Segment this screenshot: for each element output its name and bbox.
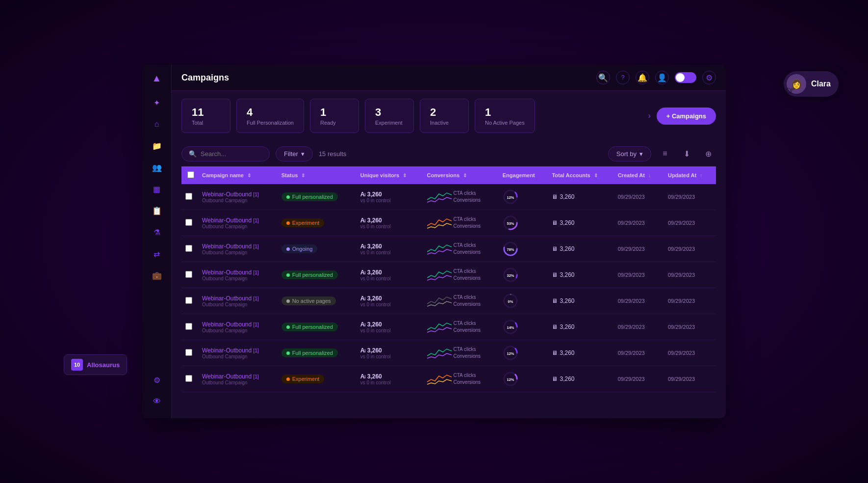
stat-total[interactable]: 11 Total [181,99,230,133]
created-at-cell: 09/29/2023 [614,366,664,392]
col-engagement[interactable]: Engagement [499,166,548,184]
status-cell: Full personalized [278,262,357,288]
stat-ready[interactable]: 1 Ready [310,99,359,133]
sidebar-item-briefcase[interactable]: 💼 [148,267,166,284]
row-checkbox[interactable] [185,297,192,304]
avatar: 👩 [787,74,806,94]
list-view-icon[interactable]: ≡ [657,146,673,161]
notification-icon[interactable]: 🔔 [636,71,649,84]
campaign-name[interactable]: Webinar-Outbound [1] [202,295,274,302]
engagement-cell: 32% [499,262,548,288]
accounts-cell: 🖥 3,260 [548,184,613,210]
campaign-name[interactable]: Webinar-Outbound [1] [202,373,274,380]
row-checkbox-cell [181,288,198,314]
status-dot [286,195,290,199]
created-at-cell: 09/29/2023 [614,288,664,314]
col-campaign-name[interactable]: Campaign name ⇕ [198,166,278,184]
col-created-at[interactable]: Created At ↓ [614,166,664,184]
campaign-sub: Outbound Campaign [202,224,274,229]
col-conversions[interactable]: Conversions ⇕ [423,166,499,184]
search-box[interactable]: 🔍 [181,146,270,161]
sidebar-item-folder[interactable]: 📁 [148,137,166,155]
theme-toggle[interactable] [675,72,696,83]
campaign-name[interactable]: Webinar-Outbound [1] [202,217,274,224]
sort-button[interactable]: Sort by ▾ [608,146,651,161]
accounts-cell: 🖥 3,260 [548,314,613,340]
select-all-checkbox-header[interactable] [181,166,198,184]
filter-button[interactable]: Filter ▾ [276,146,313,161]
campaign-name[interactable]: Webinar-Outbound [1] [202,347,274,354]
total-accounts: 🖥 3,260 [552,323,610,330]
col-updated-at[interactable]: Updated At ↑ [664,166,716,184]
stats-arrow-icon[interactable]: › [648,111,650,120]
updated-at-cell: 09/29/2023 [664,184,716,210]
col-status[interactable]: Status ⇕ [278,166,357,184]
gear-icon[interactable]: ⚙ [702,71,716,84]
status-badge: Experiment [281,375,325,383]
table-header-row: Campaign name ⇕ Status ⇕ Unique visitors… [181,166,716,184]
campaign-name[interactable]: Webinar-Outbound [1] [202,321,274,328]
col-total-accounts[interactable]: Total Accounts ⇕ [548,166,613,184]
campaign-name[interactable]: Webinar-Outbound [1] [202,243,274,250]
sidebar-item-filter[interactable]: ⚗ [148,223,166,241]
sidebar-item-home[interactable]: ⌂ [148,115,166,133]
more-options-icon[interactable]: ⊕ [700,146,716,161]
table-row: Webinar-Outbound [1] Outbound Campaign F… [181,314,716,340]
created-at-cell: 09/29/2023 [614,236,664,262]
updated-at-cell: 09/29/2023 [664,210,716,236]
stat-full-personalization[interactable]: 4 Full Personalization [236,99,304,133]
row-checkbox[interactable] [185,245,192,252]
updated-at-cell: 09/29/2023 [664,288,716,314]
add-campaign-button[interactable]: + Campaigns [657,107,716,125]
row-checkbox[interactable] [185,271,192,278]
col-status-sort-icon: ⇕ [301,173,305,178]
sidebar-item-users[interactable]: 👥 [148,159,166,176]
row-checkbox[interactable] [185,193,192,200]
select-all-checkbox[interactable] [187,171,194,178]
status-cell: Full personalized [278,314,357,340]
campaign-name[interactable]: Webinar-Outbound [1] [202,269,274,276]
engagement-circle: 14% [503,319,518,335]
row-checkbox[interactable] [185,375,192,382]
visitors-cell: Aᵢ 3,260 vs 0 in control [357,236,423,262]
avatar-name: Clara [811,80,831,88]
search-input[interactable] [201,150,262,158]
created-at-cell: 09/29/2023 [614,184,664,210]
accounts-icon: 🖥 [552,349,558,356]
sidebar-item-eye[interactable]: 👁 [148,393,166,410]
svg-text:0%: 0% [508,299,513,304]
conversions-cell: CTA clicks Conversions [423,210,499,236]
sidebar-item-ai[interactable]: ✦ [148,94,166,111]
visitors-cell: Aᵢ 3,260 vs 0 in control [357,210,423,236]
campaign-name-cell: Webinar-Outbound [1] Outbound Campaign [198,262,278,288]
sidebar-item-grid[interactable]: ▦ [148,180,166,198]
download-icon[interactable]: ⬇ [679,146,694,161]
campaign-name[interactable]: Webinar-Outbound [1] [202,191,274,198]
accounts-cell: 🖥 3,260 [548,340,613,366]
row-checkbox[interactable] [185,349,192,356]
accounts-cell: 🖥 3,260 [548,210,613,236]
row-checkbox[interactable] [185,323,192,330]
logo-icon[interactable]: ▲ [152,73,162,84]
help-icon[interactable]: ? [616,71,630,84]
row-checkbox[interactable] [185,219,192,226]
stat-no-active[interactable]: 1 No Active Pages [475,99,535,133]
created-at-cell: 09/29/2023 [614,210,664,236]
created-at-cell: 09/29/2023 [614,340,664,366]
user-icon[interactable]: 👤 [655,71,669,84]
table-row: Webinar-Outbound [1] Outbound Campaign E… [181,210,716,236]
stat-inactive[interactable]: 2 Inactive [420,99,469,133]
conversions-label: Conversions [454,301,481,308]
visitors-cell: Aᵢ 3,260 vs 0 in control [357,366,423,392]
stat-full-number: 4 [247,106,294,119]
status-cell: Experiment [278,210,357,236]
updated-at-cell: 09/29/2023 [664,366,716,392]
conversions-label: Conversions [454,379,481,386]
sidebar-item-arrows[interactable]: ⇄ [148,245,166,263]
col-unique-visitors[interactable]: Unique visitors ⇕ [357,166,423,184]
conversions-cell: CTA clicks Conversions [423,288,499,314]
search-icon[interactable]: 🔍 [596,71,610,84]
sidebar-item-settings[interactable]: ⚙ [148,371,166,389]
sidebar-item-pages[interactable]: 📋 [148,202,166,219]
stat-experiment[interactable]: 3 Experiment [365,99,414,133]
